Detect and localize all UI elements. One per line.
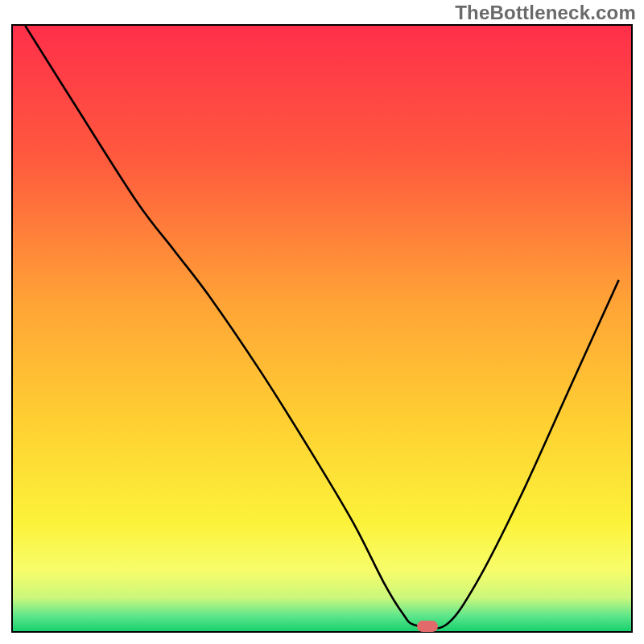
optimal-marker	[417, 621, 438, 632]
chart-container: TheBottleneck.com	[0, 0, 644, 644]
curve-layer	[13, 26, 631, 631]
plot-area	[11, 24, 633, 633]
watermark-label: TheBottleneck.com	[455, 2, 636, 24]
bottleneck-curve	[25, 26, 618, 629]
